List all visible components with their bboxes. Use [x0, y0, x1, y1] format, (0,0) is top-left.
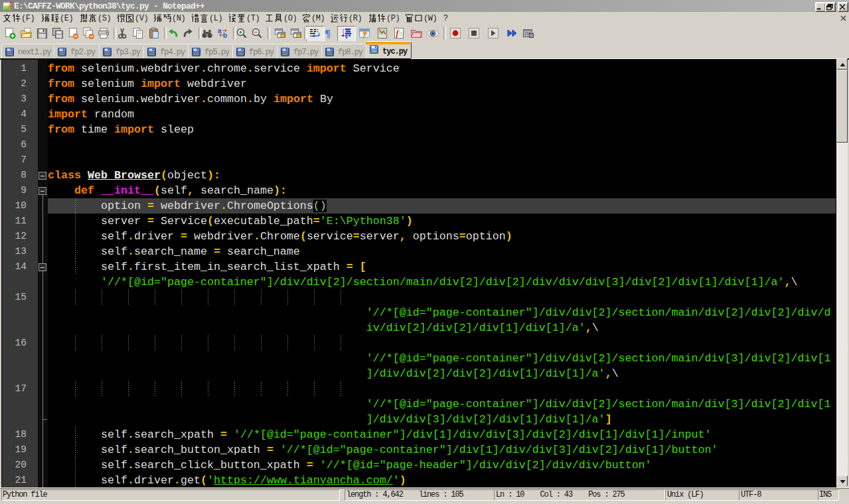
svg-text:(): () [400, 31, 403, 36]
svg-text:a: a [218, 27, 222, 34]
svg-text:¶: ¶ [325, 27, 331, 40]
